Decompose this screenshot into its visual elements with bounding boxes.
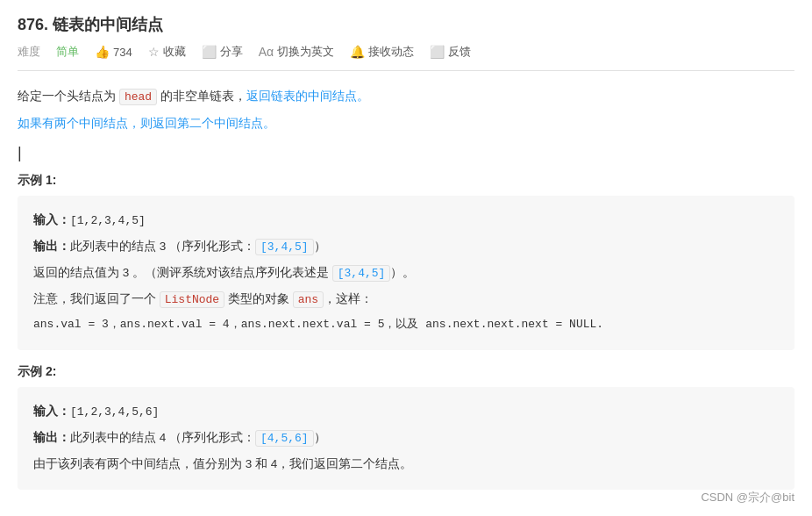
- page-title: 876. 链表的中间结点: [18, 14, 163, 35]
- switch-language-label: 切换为英文: [277, 44, 334, 60]
- collect-button[interactable]: ☆ 收藏: [148, 44, 186, 60]
- footer-brand: CSDN @宗介@bit: [701, 490, 794, 505]
- bell-icon: 🔔: [350, 45, 365, 59]
- feedback-label: 反馈: [448, 44, 471, 60]
- feedback-icon: ⬜: [430, 45, 445, 59]
- switch-language-button[interactable]: Aα 切换为英文: [259, 44, 334, 60]
- description-section: 给定一个头结点为 head 的非空单链表，返回链表的中间结点。 如果有两个中间结…: [18, 85, 794, 135]
- example2-box: 输入：[1,2,3,4,5,6] 输出：此列表中的结点 4 （序列化形式：[4,…: [18, 387, 794, 490]
- example1-note3: ans.val = 3，ans.next.val = 4，ans.next.ne…: [33, 313, 779, 336]
- share-label: 分享: [220, 44, 243, 60]
- likes-button[interactable]: 👍 734: [95, 45, 132, 59]
- translate-icon: Aα: [259, 45, 274, 59]
- feedback-button[interactable]: ⬜ 反馈: [430, 44, 471, 60]
- subscribe-label: 接收动态: [368, 44, 414, 60]
- description-line2: 如果有两个中间结点，则返回第二个中间结点。: [18, 112, 794, 134]
- head-code: head: [119, 89, 157, 105]
- difficulty-label: 难度: [18, 44, 40, 60]
- thumbs-up-icon: 👍: [95, 45, 110, 59]
- example2-note1: 由于该列表有两个中间结点，值分别为 3 和 4，我们返回第二个结点。: [33, 452, 779, 476]
- star-icon: ☆: [148, 45, 160, 59]
- cursor-line: |: [18, 144, 794, 162]
- example2-output: 输出：此列表中的结点 4 （序列化形式：[4,5,6]）: [33, 426, 779, 450]
- example2-title: 示例 2:: [18, 364, 794, 380]
- description-blue-text: 返回链表的中间结点。: [246, 89, 369, 103]
- description-line2-blue: 如果有两个中间结点，则返回第二个中间结点。: [18, 116, 275, 130]
- example1-note1: 返回的结点值为 3 。（测评系统对该结点序列化表述是 [3,4,5]）。: [33, 261, 779, 285]
- meta-row: 难度 简单 👍 734 ☆ 收藏 ⬜ 分享 Aα 切换为英文 🔔 接收动态 ⬜ …: [18, 44, 794, 71]
- example1-note2: 注意，我们返回了一个 ListNode 类型的对象 ans，这样：: [33, 287, 779, 312]
- example1-output: 输出：此列表中的结点 3 （序列化形式：[3,4,5]）: [33, 234, 779, 259]
- difficulty-value: 简单: [56, 44, 79, 60]
- subscribe-button[interactable]: 🔔 接收动态: [350, 44, 414, 60]
- example1-title: 示例 1:: [18, 173, 794, 189]
- example1-input: 输入：[1,2,3,4,5]: [33, 208, 779, 233]
- example2-input: 输入：[1,2,3,4,5,6]: [33, 399, 779, 424]
- likes-count: 734: [113, 46, 132, 59]
- share-icon: ⬜: [202, 45, 217, 59]
- example1-box: 输入：[1,2,3,4,5] 输出：此列表中的结点 3 （序列化形式：[3,4,…: [18, 196, 794, 350]
- collect-label: 收藏: [163, 44, 186, 60]
- description-line1: 给定一个头结点为 head 的非空单链表，返回链表的中间结点。: [18, 85, 794, 107]
- share-button[interactable]: ⬜ 分享: [202, 44, 243, 60]
